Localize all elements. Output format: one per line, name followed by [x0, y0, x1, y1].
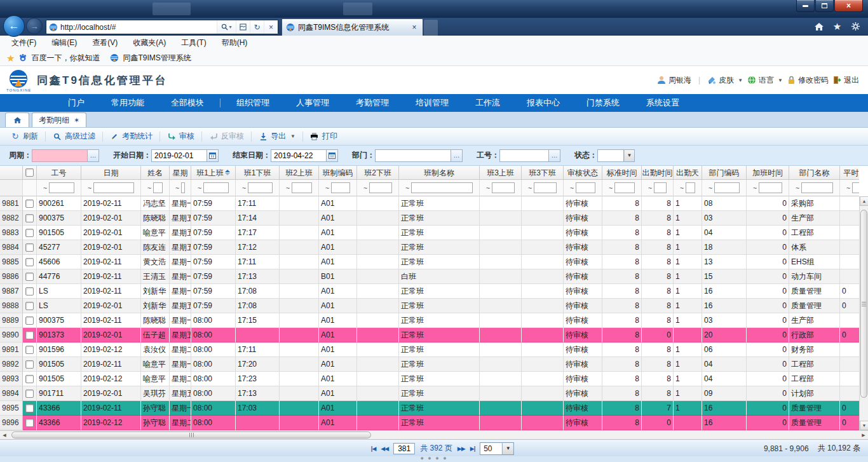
nav-item[interactable]: 人事管理: [283, 94, 342, 112]
start-date-input[interactable]: [151, 149, 207, 162]
tab-close-icon[interactable]: ✶: [74, 116, 79, 125]
column-filter-input[interactable]: [852, 182, 859, 193]
scroll-right-button[interactable]: ▶: [859, 431, 868, 439]
nav-item[interactable]: 常用功能: [98, 94, 158, 112]
column-header[interactable]: 审核状态: [564, 166, 602, 180]
nav-item[interactable]: 工作流: [462, 94, 513, 112]
menu-item[interactable]: 收藏夹(A): [125, 37, 173, 48]
maximize-button[interactable]: [815, 0, 834, 12]
refresh-page-button[interactable]: ↻: [250, 20, 264, 34]
row-checkbox[interactable]: [25, 302, 34, 310]
row-checkbox[interactable]: [25, 214, 34, 222]
nav-item[interactable]: 全部模块: [158, 94, 217, 112]
table-row[interactable]: 98919015962019-02-12袁汝仪星期二08:0017:11A01正…: [0, 343, 859, 357]
table-row[interactable]: 98829003752019-02-01陈晓聪星期五07:5917:14A01正…: [0, 211, 859, 226]
browser-tab[interactable]: 同鑫T9IMS信息化管理系统 ×: [281, 18, 423, 36]
dept-picker-button[interactable]: …: [451, 149, 463, 162]
resize-handle[interactable]: ● ● ● ●: [420, 456, 447, 461]
row-checkbox[interactable]: [25, 273, 34, 281]
row-checkbox[interactable]: [25, 316, 34, 325]
column-filter-input[interactable]: [331, 182, 350, 193]
tab-home[interactable]: [5, 112, 29, 127]
tools-button[interactable]: [850, 20, 862, 32]
column-filter-input[interactable]: [614, 182, 635, 193]
column-filter-input[interactable]: [203, 182, 229, 193]
table-row[interactable]: 9884452772019-02-01陈友连星期五07:5917:12A01正常…: [0, 240, 859, 255]
audit-button[interactable]: 审核: [161, 130, 200, 144]
column-filter-input[interactable]: [411, 182, 473, 193]
add-favorite-icon[interactable]: ★: [6, 53, 15, 63]
select-all-cell[interactable]: [23, 166, 37, 180]
last-page-button[interactable]: ▶|: [470, 445, 475, 452]
row-checkbox[interactable]: [25, 346, 34, 354]
table-row[interactable]: 98839015052019-02-01喻意平星期五07:5917:17A01正…: [0, 226, 859, 240]
vertical-scrollbar[interactable]: ▲ ▼: [859, 196, 868, 430]
row-checkbox[interactable]: [25, 200, 34, 208]
favorite-item-baidu[interactable]: 百度一下，你就知道: [31, 53, 100, 64]
column-header[interactable]: 班1下班: [236, 166, 280, 180]
menu-item[interactable]: 工具(T): [173, 37, 214, 48]
column-header[interactable]: 班3下班: [522, 166, 564, 180]
end-date-calendar-button[interactable]: [327, 149, 338, 162]
first-page-button[interactable]: |◀: [371, 445, 376, 452]
nav-item[interactable]: 培训管理: [402, 94, 462, 112]
row-checkbox[interactable]: [25, 258, 34, 266]
table-row[interactable]: 98939015052019-02-12喻意平星期二08:0017:23A01正…: [0, 372, 859, 386]
table-row[interactable]: 98899003752019-02-11陈晓聪星期一08:0017:15A01正…: [0, 313, 859, 328]
prev-page-button[interactable]: ◀◀: [381, 445, 388, 452]
column-header[interactable]: 工号: [37, 166, 81, 180]
column-header[interactable]: 加班时间: [747, 166, 789, 180]
new-tab-button[interactable]: [424, 20, 438, 36]
column-filter-input[interactable]: [248, 182, 273, 193]
column-filter-input[interactable]: [576, 182, 595, 193]
column-header[interactable]: 班制编码: [319, 166, 357, 180]
column-filter-input[interactable]: [181, 182, 185, 193]
row-checkbox[interactable]: [25, 390, 34, 398]
row-checkbox[interactable]: [25, 360, 34, 369]
page-size-select[interactable]: 50: [480, 442, 503, 455]
column-filter-input[interactable]: [49, 182, 74, 193]
refresh-button[interactable]: ↻ 刷新: [5, 130, 44, 144]
menu-item[interactable]: 文件(F): [4, 37, 44, 48]
column-filter-input[interactable]: [686, 182, 695, 193]
status-select-button[interactable]: ▼: [624, 149, 635, 162]
column-header[interactable]: 平时加班: [840, 166, 859, 180]
column-filter-input[interactable]: [801, 182, 833, 193]
home-button[interactable]: [813, 20, 825, 32]
row-checkbox[interactable]: [25, 243, 34, 252]
language-menu[interactable]: 语言▼: [747, 75, 783, 86]
logout-button[interactable]: 退出: [833, 75, 859, 86]
dept-input[interactable]: [375, 149, 451, 162]
scroll-up-button[interactable]: ▲: [860, 196, 868, 206]
column-header[interactable]: 出勤时间: [642, 166, 674, 180]
tab-attendance-detail[interactable]: 考勤明细 ✶: [32, 112, 86, 127]
column-filter-input[interactable]: [153, 182, 163, 193]
search-button[interactable]: ▾: [217, 20, 236, 34]
table-row[interactable]: 98929015052019-02-11喻意平星期一08:0017:20A01正…: [0, 357, 859, 372]
row-checkbox[interactable]: [25, 404, 34, 412]
table-row[interactable]: 9885456062019-02-11黄文浩星期一07:5917:11A01正常…: [0, 255, 859, 269]
nav-item[interactable]: 门禁系统: [573, 94, 633, 112]
start-date-calendar-button[interactable]: [207, 149, 219, 162]
table-row[interactable]: 98909013732019-02-01伍子超星期五08:00A01正常班待审核…: [0, 328, 859, 343]
period-picker-button[interactable]: …: [88, 149, 99, 162]
nav-item[interactable]: 门户: [55, 94, 98, 112]
row-checkbox[interactable]: [25, 375, 34, 383]
column-header[interactable]: 部门名称: [789, 166, 840, 180]
column-filter-input[interactable]: [654, 182, 667, 193]
nav-item[interactable]: 报表中心: [513, 94, 573, 112]
attendance-stats-button[interactable]: 考勤统计: [104, 130, 158, 144]
skin-menu[interactable]: 皮肤▼: [707, 75, 743, 86]
advanced-filter-button[interactable]: 高级过滤: [47, 130, 101, 144]
vertical-scroll-thumb[interactable]: [860, 210, 867, 398]
horizontal-scroll-thumb[interactable]: [11, 431, 371, 438]
horizontal-scrollbar[interactable]: ◀ ▶: [0, 430, 868, 439]
column-header[interactable]: 姓名: [141, 166, 170, 180]
table-row[interactable]: 9887LS2019-02-11刘新华星期一07:5917:08A01正常班待审…: [0, 284, 859, 299]
empno-input[interactable]: [499, 149, 549, 162]
nav-item[interactable]: 系统设置: [633, 94, 693, 112]
end-date-input[interactable]: [271, 149, 327, 162]
url-text[interactable]: http://localhost/#: [60, 23, 217, 32]
close-button[interactable]: ×: [834, 0, 863, 12]
minimize-button[interactable]: [796, 0, 815, 12]
